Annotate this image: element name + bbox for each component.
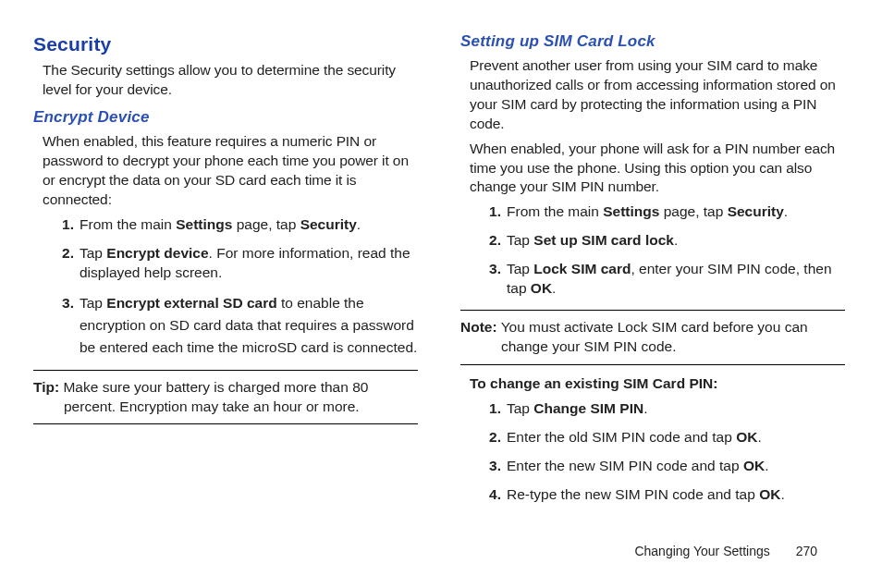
bold: Settings (176, 216, 232, 232)
note-label: Note: (460, 319, 497, 335)
bold: Encrypt external SD card (106, 295, 276, 311)
subheading-encrypt-device: Encrypt Device (33, 107, 418, 129)
bold: Security (728, 203, 784, 219)
bold: OK (759, 486, 780, 502)
t: . (552, 280, 556, 296)
t: . (765, 458, 768, 473)
section-heading-security: Security (33, 31, 418, 57)
bold: OK (531, 280, 552, 296)
step-2: 2. Tap Encrypt device. For more informat… (55, 244, 418, 283)
step-1: 1. From the main Settings page, tap Secu… (483, 202, 845, 222)
t: From the main (80, 216, 176, 232)
step-text: Tap Encrypt device. For more information… (80, 245, 410, 280)
subheading-sim-card-lock: Setting up SIM Card Lock (460, 31, 845, 53)
step-number: 4. (483, 485, 501, 505)
encrypt-device-steps: 1. From the main Settings page, tap Secu… (55, 215, 418, 359)
bold: Change SIM PIN (533, 400, 643, 416)
step-2: 2. Tap Set up SIM card lock. (483, 231, 845, 251)
step-text: Tap Set up SIM card lock. (507, 232, 678, 248)
sim-lock-steps: 1. From the main Settings page, tap Secu… (483, 202, 845, 299)
step-number: 2. (483, 428, 501, 447)
left-column: Security The Security settings allow you… (33, 31, 418, 514)
t: From the main (507, 203, 603, 219)
step-text: Tap Encrypt external SD card to enable t… (80, 295, 417, 355)
t: Tap (80, 295, 106, 311)
step-number: 3. (483, 457, 501, 476)
step-1: 1. Tap Change SIM PIN. (483, 399, 845, 419)
t: Tap (507, 261, 533, 276)
step-number: 1. (483, 399, 501, 419)
t: . (643, 400, 647, 416)
step-number: 1. (55, 215, 74, 235)
step-text: Re-type the new SIM PIN code and tap OK. (507, 486, 785, 502)
t: Tap (80, 245, 106, 261)
sim-lock-description-2: When enabled, your phone will ask for a … (470, 140, 845, 198)
security-intro: The Security settings allow you to deter… (43, 61, 418, 100)
step-text: Tap Lock SIM card, enter your SIM PIN co… (507, 261, 832, 296)
t: . (780, 486, 784, 502)
t: Tap (507, 400, 533, 416)
note-text: Note: You must activate Lock SIM card be… (460, 318, 845, 357)
bold: Lock SIM card (533, 261, 631, 276)
bold: Set up SIM card lock (533, 232, 674, 248)
step-3: 3. Tap Encrypt external SD card to enabl… (55, 292, 418, 359)
t: Enter the new SIM PIN code and tap (507, 458, 743, 473)
bold: Security (300, 216, 357, 232)
page-number: 270 (796, 544, 817, 558)
step-1: 1. From the main Settings page, tap Secu… (55, 215, 418, 235)
change-sim-pin-steps: 1. Tap Change SIM PIN. 2. Enter the old … (483, 399, 845, 505)
tip-block: Tip: Make sure your battery is charged m… (33, 370, 418, 425)
two-column-layout: Security The Security settings allow you… (0, 0, 882, 514)
t: Re-type the new SIM PIN code and tap (507, 486, 759, 502)
step-number: 2. (483, 231, 501, 251)
bold: Settings (603, 203, 659, 219)
step-3: 3. Enter the new SIM PIN code and tap OK… (483, 457, 845, 476)
t: Enter the old SIM PIN code and tap (507, 429, 736, 445)
tip-text: Tip: Make sure your battery is charged m… (33, 378, 418, 417)
sim-lock-description-1: Prevent another user from using your SIM… (470, 56, 845, 134)
step-2: 2. Enter the old SIM PIN code and tap OK… (483, 428, 845, 447)
t: page, tap (659, 203, 727, 219)
step-text: From the main Settings page, tap Securit… (80, 216, 361, 232)
step-text: Enter the new SIM PIN code and tap OK. (507, 458, 768, 473)
note-body: You must activate Lock SIM card before y… (497, 319, 808, 354)
t: page, tap (232, 216, 300, 232)
bold: Encrypt device (106, 245, 208, 261)
step-number: 3. (483, 260, 501, 279)
t: . (784, 203, 788, 219)
t: . (357, 216, 361, 232)
step-number: 2. (55, 244, 74, 263)
page: Security The Security settings allow you… (0, 0, 882, 588)
bold: OK (736, 429, 757, 445)
t: . (674, 232, 678, 248)
step-4: 4. Re-type the new SIM PIN code and tap … (483, 485, 845, 505)
step-3: 3. Tap Lock SIM card, enter your SIM PIN… (483, 260, 845, 299)
chapter-title: Changing Your Settings (634, 544, 769, 558)
change-sim-pin-heading: To change an existing SIM Card PIN: (470, 374, 845, 394)
page-footer: Changing Your Settings 270 (634, 543, 817, 560)
tip-label: Tip: (33, 379, 59, 395)
note-block: Note: You must activate Lock SIM card be… (460, 310, 845, 365)
step-text: From the main Settings page, tap Securit… (507, 203, 788, 219)
step-number: 1. (483, 202, 501, 222)
t: Tap (507, 232, 533, 248)
encrypt-device-description: When enabled, this feature requires a nu… (43, 132, 418, 210)
right-column: Setting up SIM Card Lock Prevent another… (460, 31, 845, 514)
step-number: 3. (55, 292, 74, 314)
bold: OK (743, 458, 765, 473)
tip-body: Make sure your battery is charged more t… (59, 379, 368, 414)
step-text: Tap Change SIM PIN. (507, 400, 647, 416)
step-text: Enter the old SIM PIN code and tap OK. (507, 429, 762, 445)
t: . (757, 429, 761, 445)
